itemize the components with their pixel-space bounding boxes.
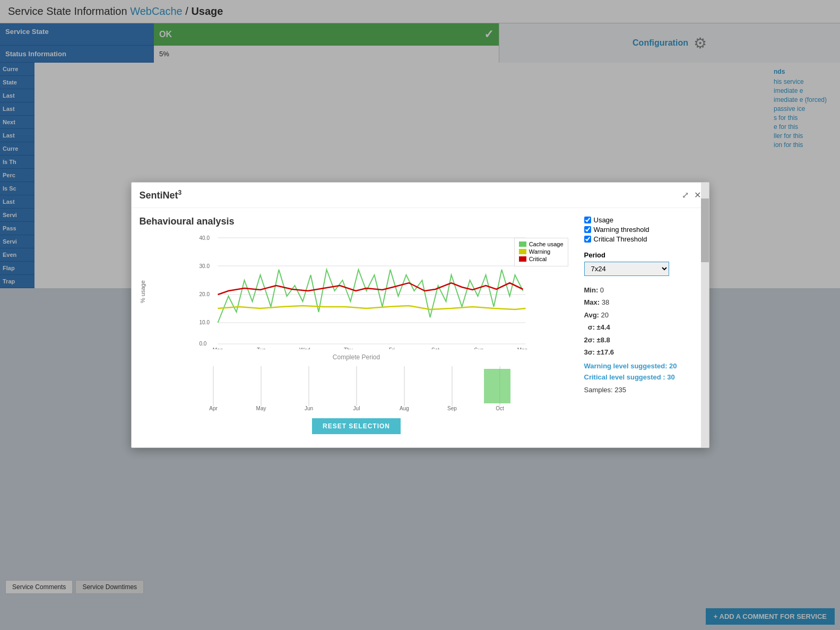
svg-text:Sat: Sat [431,347,439,349]
chart-title: Behavioural analysis [140,216,574,227]
period-select[interactable]: 7x24 5x8 5x24 7x8 [584,262,669,276]
modal-overlay: SentiNet3 ⤢ ✕ Behavioural analysis % usa… [0,0,840,630]
svg-text:Mon: Mon [212,347,222,349]
svg-text:Aug: Aug [400,405,409,411]
svg-rect-25 [484,369,510,403]
stat-sigma2: 2σ: ±8.8 [584,334,701,346]
stat-max: Max: 38 [584,296,701,308]
svg-text:Tue: Tue [257,347,266,349]
chart-area: Behavioural analysis % usage [140,216,574,439]
samples-text: Samples: 235 [584,386,701,394]
main-chart: 40.0 30.0 20.0 10.0 0.0 [149,232,574,351]
modal-header: SentiNet3 ⤢ ✕ [132,183,709,208]
svg-text:0.0: 0.0 [199,341,206,347]
scrollbar-track[interactable] [701,208,709,447]
svg-text:30.0: 30.0 [199,263,210,269]
mini-chart-area: Apr May Jun Jul Aug Sep Oct [140,364,574,413]
checkbox-warning: Warning threshold [584,226,701,234]
svg-text:May: May [256,405,266,411]
svg-text:Sun: Sun [474,347,483,349]
legend-critical: Critical [519,256,564,262]
legend-color-critical [519,256,526,262]
svg-text:Sep: Sep [447,405,457,411]
svg-text:Wed: Wed [299,347,310,349]
stat-min: Min: 0 [584,284,701,296]
expand-icon[interactable]: ⤢ [682,190,689,200]
stats-values: Min: 0 Max: 38 Avg: 20 σ: ±4.4 2σ: ±8.8 … [584,284,701,358]
stat-sigma1: σ: ±4.4 [584,321,701,333]
modal-title: SentiNet3 [140,189,182,201]
period-label: Period [584,251,701,259]
chart-legend: Cache usage Warning Critical [514,238,568,266]
svg-text:Jul: Jul [353,405,360,411]
modal-body: Behavioural analysis % usage [132,208,709,447]
checkbox-warning-input[interactable] [584,226,591,233]
checkbox-warning-label: Warning threshold [594,226,650,234]
critical-suggestion-text: Critical level suggested : 30 [584,372,701,383]
reset-selection-button[interactable]: RESET SELECTION [312,418,401,434]
stat-sigma3: 3σ: ±17.6 [584,346,701,358]
warning-suggestion: Warning level suggested: 20 Critical lev… [584,361,701,383]
checkbox-critical: Critical Threshold [584,235,701,243]
svg-text:Apr: Apr [209,405,218,411]
checkbox-usage-label: Usage [594,216,614,224]
main-chart-svg: 40.0 30.0 20.0 10.0 0.0 [149,232,574,349]
scrollbar-thumb[interactable] [701,208,709,262]
y-axis-label: % usage [140,232,146,351]
chart-wrapper: % usage 40.0 30.0 [140,232,574,351]
svg-text:Jun: Jun [304,405,313,411]
svg-text:Oct: Oct [496,405,504,411]
close-icon[interactable]: ✕ [694,190,701,200]
modal: SentiNet3 ⤢ ✕ Behavioural analysis % usa… [131,182,709,448]
svg-text:Thu: Thu [343,347,352,349]
stat-avg: Avg: 20 [584,309,701,321]
mini-chart-svg: Apr May Jun Jul Aug Sep Oct [140,364,574,411]
checkbox-critical-label: Critical Threshold [594,235,647,243]
checkboxes: Usage Warning threshold Critical Thresho… [584,216,701,243]
checkbox-critical-input[interactable] [584,236,591,243]
legend-warning: Warning [519,248,564,255]
svg-text:Fri: Fri [388,347,395,349]
checkbox-usage-input[interactable] [584,217,591,223]
stats-panel: Usage Warning threshold Critical Thresho… [584,216,701,439]
legend-color-warning [519,249,526,254]
checkbox-usage: Usage [584,216,701,224]
svg-text:Mon: Mon [517,347,527,349]
modal-controls: ⤢ ✕ [682,190,701,200]
svg-text:10.0: 10.0 [199,320,210,325]
legend-color-cache [519,241,526,247]
svg-text:40.0: 40.0 [199,235,210,241]
complete-period-label: Complete Period [140,353,574,361]
legend-cache-usage: Cache usage [519,241,564,247]
warning-suggestion-text: Warning level suggested: 20 [584,361,701,372]
svg-text:20.0: 20.0 [199,291,210,297]
